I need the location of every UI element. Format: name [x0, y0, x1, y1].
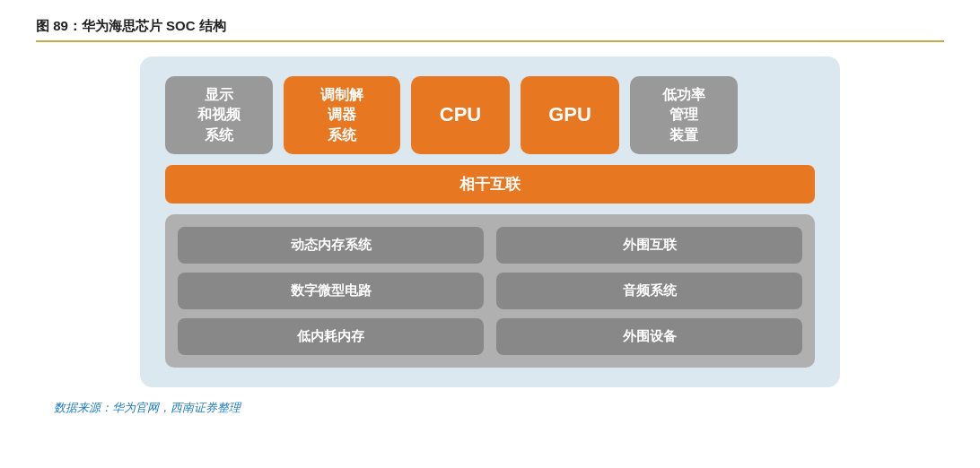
block-display-label: 显示 和视频 系统	[197, 85, 241, 145]
block-power: 低功率 管理 装置	[630, 76, 738, 154]
bottom-right-2-label: 外围设备	[623, 328, 677, 343]
source-text: 数据来源：华为官网，西南证券整理	[54, 400, 944, 416]
bottom-right-0-label: 外围互联	[623, 237, 677, 252]
bottom-right-1-label: 音频系统	[623, 282, 677, 298]
bottom-left-1-label: 数字微型电路	[291, 282, 372, 298]
block-cpu: CPU	[411, 76, 510, 154]
bottom-right-col: 外围互联 音频系统 外围设备	[496, 227, 802, 355]
block-modem-label: 调制解 调器 系统	[320, 85, 363, 145]
bottom-right-2: 外围设备	[496, 318, 802, 355]
bottom-section: 动态内存系统 数字微型电路 低内耗内存 外围互联 音频系统 外围设备	[165, 214, 815, 368]
bottom-left-2: 低内耗内存	[178, 318, 484, 355]
block-power-label: 低功率 管理 装置	[662, 85, 705, 145]
figure-title: 图 89：华为海思芯片 SOC 结构	[36, 18, 944, 35]
block-display: 显示 和视频 系统	[165, 76, 273, 154]
bottom-left-1: 数字微型电路	[178, 273, 484, 309]
bottom-left-0-label: 动态内存系统	[291, 237, 372, 252]
bottom-left-2-label: 低内耗内存	[297, 328, 364, 343]
top-row: 显示 和视频 系统 调制解 调器 系统 CPU GPU 低功率 管理 装置	[165, 76, 815, 154]
interconnect-label: 相干互联	[459, 176, 521, 193]
block-modem: 调制解 调器 系统	[284, 76, 400, 154]
bottom-right-0: 外围互联	[496, 227, 802, 264]
title-divider	[36, 40, 944, 42]
block-cpu-label: CPU	[440, 101, 481, 129]
interconnect-bar: 相干互联	[165, 165, 815, 204]
block-gpu-label: GPU	[548, 101, 591, 129]
source-label: 数据来源：华为官网，西南证券整理	[54, 401, 241, 414]
diagram-container: 显示 和视频 系统 调制解 调器 系统 CPU GPU 低功率 管理 装置 相干…	[140, 56, 840, 387]
bottom-right-1: 音频系统	[496, 273, 802, 309]
block-gpu: GPU	[521, 76, 619, 154]
bottom-left-0: 动态内存系统	[178, 227, 484, 264]
bottom-left-col: 动态内存系统 数字微型电路 低内耗内存	[178, 227, 484, 355]
